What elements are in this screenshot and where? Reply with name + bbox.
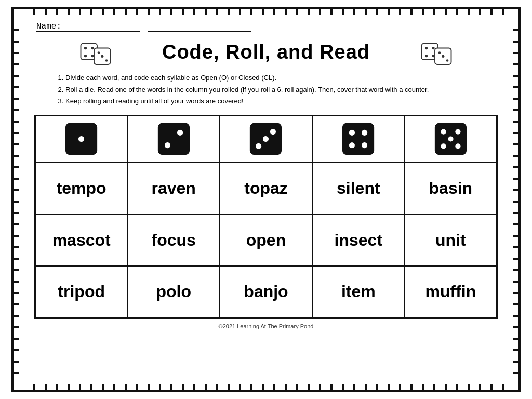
instructions-block: Divide each word, and code each syllable… [34,73,498,107]
instruction-3: Keep rolling and reading until all of yo… [65,96,498,107]
svg-point-21 [165,142,170,148]
svg-point-7 [98,51,100,54]
word-focus: focus [127,214,220,266]
svg-point-37 [455,143,460,149]
svg-point-4 [91,55,94,57]
svg-point-28 [349,130,355,136]
dice-header-row [35,115,497,162]
word-table: tempo raven topaz silent basin mascot fo… [34,115,498,319]
svg-point-26 [270,129,276,135]
svg-point-31 [362,142,367,148]
word-insect: insect [312,214,405,266]
word-polo: polo [127,266,220,318]
die-3-cell [220,115,312,162]
page-title: Code, Roll, and Read [162,41,370,63]
svg-point-10 [425,47,428,49]
die-2-icon [157,122,191,156]
word-item: item [312,266,405,318]
die-1-cell [35,115,128,162]
svg-point-2 [91,47,94,49]
svg-point-22 [177,130,183,136]
border-tick-left [11,20,19,379]
svg-point-29 [362,130,367,136]
svg-point-13 [432,55,434,57]
svg-point-11 [432,47,434,49]
svg-point-24 [256,143,261,149]
dice-right-icon [421,36,452,68]
title-area: Code, Roll, and Read [34,36,498,68]
die-4-icon [341,122,375,156]
word-mascot: mascot [35,214,128,266]
die-5-icon [434,122,468,156]
name-underline [148,22,251,32]
svg-point-15 [442,55,444,58]
dice-left-icon [80,36,111,68]
svg-point-25 [263,136,269,142]
word-raven: raven [127,162,220,214]
word-row-2: mascot focus open insect unit [35,214,497,266]
die-1-icon [64,122,98,156]
die-2-cell [127,115,220,162]
svg-point-16 [438,51,441,54]
svg-point-33 [441,129,446,134]
svg-point-30 [349,142,355,148]
svg-rect-27 [343,124,374,154]
word-silent: silent [312,162,405,214]
copyright-text: ©2021 Learning At The Primary Pond [34,323,498,329]
svg-rect-20 [158,124,189,154]
instruction-1: Divide each word, and code each syllable… [65,73,498,83]
svg-point-6 [101,55,103,58]
instruction-2: Roll a die. Read one of the words in the… [65,85,498,95]
word-tripod: tripod [35,266,128,318]
word-muffin: muffin [405,266,497,318]
border-tick-right [513,20,521,379]
svg-point-12 [425,55,428,57]
svg-point-34 [455,129,460,134]
svg-point-8 [105,59,108,62]
svg-point-36 [441,143,446,149]
svg-point-17 [446,59,449,62]
word-open: open [220,214,312,266]
die-5-cell [405,115,497,162]
svg-point-3 [84,55,87,57]
word-row-3: tripod polo banjo item muffin [35,266,497,318]
die-3-icon [249,122,283,156]
die-4-cell [312,115,405,162]
word-unit: unit [405,214,497,266]
border-tick-top [24,7,508,15]
word-tempo: tempo [35,162,128,214]
name-field: Name: [34,22,498,32]
word-basin: basin [405,162,497,214]
svg-point-19 [78,136,84,142]
svg-point-1 [84,47,87,49]
worksheet-page: Name: Code, Roll, and Read [11,7,521,392]
word-row-1: tempo raven topaz silent basin [35,162,497,214]
word-topaz: topaz [220,162,312,214]
border-tick-bottom [24,384,508,392]
word-banjo: banjo [220,266,312,318]
svg-point-35 [448,136,453,141]
